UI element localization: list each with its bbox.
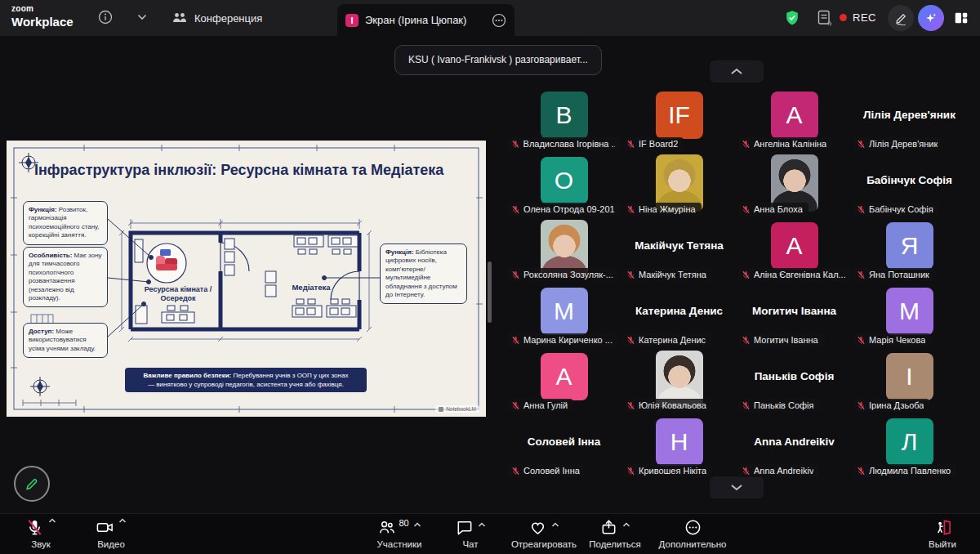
ai-companion-button[interactable] xyxy=(918,5,944,31)
info-icon[interactable] xyxy=(98,10,113,25)
chevron-up-icon[interactable] xyxy=(551,522,559,528)
captions-summary-icon[interactable] xyxy=(817,10,832,26)
participant-tile[interactable]: А Аліна Євгенівна Кал... xyxy=(737,217,852,282)
mic-muted-icon xyxy=(857,336,866,345)
chevron-down-icon[interactable] xyxy=(137,14,147,20)
participant-tile[interactable]: Паньків Софія Паньків Софія xyxy=(737,347,852,413)
participant-name-pill: IF Board2 xyxy=(623,137,684,150)
participant-tile[interactable]: Лілія Дерев'яник Лілія Дерев'яник xyxy=(852,86,967,151)
participant-tile[interactable]: В Владислава Ігорівна ... xyxy=(506,86,621,151)
heart-icon xyxy=(528,518,547,537)
annotation-fab-button[interactable] xyxy=(14,466,50,502)
participant-tile[interactable]: А Анна Гулій xyxy=(506,347,621,413)
participants-label: Участники xyxy=(377,539,422,549)
participant-name-pill: Роксоляна Зозуляк-... xyxy=(508,268,619,281)
participant-name: Катерина Денис xyxy=(639,335,706,345)
participant-tile[interactable]: М Марина Кириченко ... xyxy=(506,282,621,347)
mic-muted-icon xyxy=(742,401,751,410)
chevron-up-icon[interactable] xyxy=(118,518,127,524)
participant-tile[interactable]: Соловей Інна Соловей Інна xyxy=(506,413,621,478)
share-button[interactable]: Поделиться xyxy=(581,518,648,549)
tab-screen-share[interactable]: I Экран (Ірина Цюпак) xyxy=(337,4,514,36)
participants-button[interactable]: 80 Участники xyxy=(366,518,433,549)
video-button[interactable]: Видео xyxy=(85,518,137,549)
chevron-up-icon[interactable] xyxy=(48,518,56,524)
mic-muted-icon xyxy=(511,401,520,410)
more-options-icon[interactable] xyxy=(492,13,506,28)
participant-tile[interactable]: Катерина Денис Катерина Денис xyxy=(621,282,737,347)
participant-tile[interactable]: Я Яна Поташник xyxy=(852,217,967,282)
callout-feature: Особливість: Має зону для тимчасового пс… xyxy=(23,247,108,307)
participant-display-name: Бабінчук Софія xyxy=(852,174,967,186)
ai-sparkle-icon xyxy=(924,11,938,25)
participant-tile[interactable]: Могитич Іванна Могитич Іванна xyxy=(737,282,852,347)
participant-name-pill: Паньків Софія xyxy=(738,399,820,412)
avatar: Я xyxy=(886,222,933,270)
chevron-up-icon[interactable] xyxy=(622,522,630,528)
participant-name-pill: Кривошея Нікіта xyxy=(623,464,712,477)
participant-name: Бабінчук Софія xyxy=(869,204,933,214)
chevron-up-icon[interactable] xyxy=(413,522,421,528)
participant-tile[interactable]: Н Кривошея Нікіта xyxy=(621,413,737,478)
chevron-up-icon[interactable] xyxy=(478,522,486,528)
notebooklm-watermark: NotebookLM xyxy=(435,405,479,413)
tab-meeting-label: Конференция xyxy=(194,12,262,25)
tab-meeting[interactable]: Конференция xyxy=(160,0,274,36)
scrollbar-thumb[interactable] xyxy=(488,261,492,323)
gallery-scroll-up-button[interactable] xyxy=(710,60,764,83)
participant-tile[interactable]: Анна Блоха xyxy=(737,151,852,217)
participant-name: Владислава Ігорівна ... xyxy=(523,139,615,149)
participant-name-pill: Олена Отрода 09-201 xyxy=(508,203,621,216)
meeting-toolbar: Звук Видео 80 Участники xyxy=(0,513,980,554)
participant-name-pill: Anna Andreikiv xyxy=(738,464,819,477)
people-icon xyxy=(172,10,188,26)
participant-name: Могитич Іванна xyxy=(754,335,818,345)
participants-count: 80 xyxy=(399,518,408,528)
audio-button[interactable]: Звук xyxy=(15,518,67,549)
mic-muted-icon xyxy=(511,467,520,476)
leave-door-icon xyxy=(933,518,952,537)
pencil-icon xyxy=(24,476,40,492)
security-shield-icon[interactable] xyxy=(784,10,800,26)
participant-tile[interactable]: Роксоляна Зозуляк-... xyxy=(506,217,621,282)
mic-muted-icon xyxy=(857,140,866,149)
tab-screen-label: Экран (Ірина Цюпак) xyxy=(365,14,485,26)
view-layout-button[interactable] xyxy=(948,5,974,31)
participant-name-pill: Катерина Денис xyxy=(623,333,711,346)
participant-tile[interactable]: О Олена Отрода 09-201 xyxy=(506,151,621,217)
participant-tile[interactable]: Л Людмила Павленко xyxy=(852,413,967,478)
participant-tile[interactable]: А Ангеліна Калініна xyxy=(737,86,852,151)
avatar: А xyxy=(771,222,818,270)
annotate-button[interactable] xyxy=(888,5,914,31)
participant-name-pill: Бабінчук Софія xyxy=(853,203,939,216)
react-button[interactable]: Отреагировать xyxy=(503,518,585,549)
participant-name-pill: Аліна Євгенівна Кал... xyxy=(738,268,851,281)
mic-muted-icon xyxy=(626,401,635,410)
mic-muted-icon xyxy=(626,205,635,214)
slide-title: Інфраструктура інклюзії: Ресурсна кімнат… xyxy=(34,162,443,179)
leave-button[interactable]: Выйти xyxy=(918,518,967,549)
participant-name-pill: Анна Блоха xyxy=(738,203,808,216)
callout-function-resource: Функція: Розвиток, гармонізація психоемо… xyxy=(23,201,108,245)
chevron-down-icon xyxy=(730,484,743,491)
gallery-scroll-down-button[interactable] xyxy=(710,476,764,498)
mic-muted-icon xyxy=(626,467,635,476)
participant-tile[interactable]: І Ірина Дзьоба xyxy=(852,347,967,413)
mic-muted-icon xyxy=(25,518,44,537)
more-button[interactable]: Дополнительно xyxy=(652,518,733,549)
participant-tile[interactable]: Юлія Ковальова xyxy=(621,347,737,413)
participant-tile[interactable]: IF IF Board2 xyxy=(621,86,737,151)
participant-name: Ніна Жмуріна xyxy=(639,204,696,214)
share-label: Поделиться xyxy=(589,539,641,549)
participant-tile[interactable]: Ніна Жмуріна xyxy=(621,151,737,217)
participant-name-pill: Соловей Інна xyxy=(508,464,586,477)
participant-display-name: Паньків Софія xyxy=(737,370,852,382)
participant-tile[interactable]: Бабінчук Софія Бабінчук Софія xyxy=(852,151,967,217)
mic-muted-icon xyxy=(511,140,520,149)
participant-tile[interactable]: М Марія Чекова xyxy=(852,282,967,347)
mic-muted-icon xyxy=(742,467,751,476)
participant-tile[interactable]: Anna Andreikiv Anna Andreikiv xyxy=(737,413,852,478)
chat-button[interactable]: Чат xyxy=(449,518,492,549)
participant-name: IF Board2 xyxy=(639,139,678,149)
participant-tile[interactable]: Макійчук Тетяна Макійчук Тетяна xyxy=(621,217,737,282)
